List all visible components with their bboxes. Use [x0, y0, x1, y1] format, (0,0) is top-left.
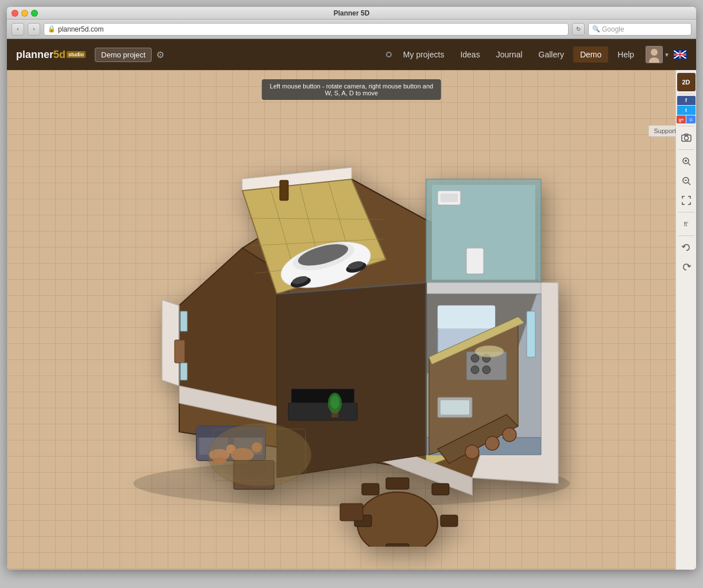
search-bar[interactable]: 🔍 Google	[588, 23, 692, 36]
toolbar-separator-4	[678, 212, 694, 212]
browser-frame: Planner 5D ‹ › 🔒 planner5d.com ↻ 🔍 Googl…	[7, 7, 696, 570]
nav-demo[interactable]: Demo	[573, 47, 608, 63]
svg-rect-44	[438, 305, 495, 328]
svg-rect-57	[288, 403, 357, 420]
user-avatar[interactable]	[646, 46, 663, 63]
undo-button[interactable]	[677, 238, 696, 257]
svg-point-85	[475, 346, 504, 357]
units-label: ft'	[684, 221, 688, 227]
nav-my-projects[interactable]: My projects	[396, 47, 451, 63]
svg-rect-87	[175, 340, 185, 363]
nav-journal[interactable]: Journal	[489, 47, 530, 63]
social-buttons: f t	[677, 96, 696, 115]
fullscreen-icon	[682, 196, 691, 205]
refresh-button[interactable]: ↻	[572, 23, 585, 36]
svg-rect-66	[441, 515, 458, 527]
svg-rect-39	[441, 194, 458, 202]
floorplan-container	[41, 105, 662, 558]
logo-area: planner 5d studio	[16, 49, 86, 61]
svg-rect-70	[432, 483, 449, 495]
zoom-out-button[interactable]	[677, 172, 696, 190]
browser-title: Planner 5D	[334, 9, 370, 17]
svg-point-83	[485, 436, 499, 450]
main-view[interactable]: Support Left mouse button - rotate camer…	[7, 70, 696, 570]
navbar: planner 5d studio Demo project ⚙ My proj…	[7, 39, 696, 70]
minimize-button[interactable]	[21, 10, 28, 17]
back-button[interactable]: ‹	[11, 23, 24, 36]
svg-marker-36	[426, 283, 541, 294]
undo-icon	[681, 243, 692, 252]
search-icon: 🔍	[592, 25, 600, 33]
language-flag[interactable]	[673, 50, 687, 59]
twitter-button[interactable]: t	[677, 106, 696, 115]
google-plus-button[interactable]: g+	[677, 115, 686, 123]
svg-rect-71	[340, 504, 363, 521]
svg-point-84	[503, 428, 516, 442]
svg-rect-88	[180, 311, 187, 331]
svg-point-1	[651, 49, 658, 56]
social-row2: g+ G	[677, 115, 696, 123]
svg-rect-40	[466, 248, 484, 274]
tooltip-line1: Left mouse button - rotate camera, right…	[270, 83, 433, 90]
browser-titlebar: Planner 5D	[7, 7, 696, 20]
svg-point-94	[684, 136, 688, 140]
nav-help[interactable]: Help	[611, 47, 641, 63]
svg-rect-45	[527, 311, 535, 357]
svg-line-102	[688, 183, 690, 185]
svg-point-75	[471, 354, 479, 362]
address-bar[interactable]: 🔒 planner5d.com	[44, 23, 569, 36]
tooltip-line2: W, S, A, D to move	[325, 90, 378, 96]
zoom-in-button[interactable]	[677, 152, 696, 171]
zoom-out-icon	[682, 176, 691, 185]
maximize-button[interactable]	[31, 10, 38, 17]
facebook-button[interactable]: f	[677, 96, 696, 105]
fullscreen-button[interactable]	[677, 191, 696, 210]
svg-rect-58	[291, 389, 354, 403]
svg-rect-67	[386, 478, 409, 489]
right-toolbar: 2D f t g+ G	[675, 70, 696, 570]
forward-button[interactable]: ›	[28, 23, 40, 36]
redo-button[interactable]	[677, 258, 696, 276]
svg-point-77	[471, 366, 479, 374]
svg-line-99	[688, 163, 690, 165]
svg-point-61	[330, 395, 339, 409]
address-icon: 🔒	[48, 25, 56, 33]
svg-rect-68	[386, 544, 409, 547]
nav-gallery[interactable]: Gallery	[532, 47, 571, 63]
svg-rect-63	[214, 429, 306, 481]
2d-mode-button[interactable]: 2D	[677, 73, 696, 91]
tooltip-box: Left mouse button - rotate camera, right…	[262, 79, 441, 100]
logo-5d: 5d	[53, 49, 65, 61]
settings-gear-icon[interactable]: ⚙	[156, 49, 164, 60]
camera-icon	[681, 133, 692, 142]
window-controls	[11, 10, 38, 17]
2d-label: 2D	[682, 79, 690, 86]
google-button[interactable]: G	[686, 115, 696, 123]
svg-point-78	[482, 366, 490, 374]
user-dropdown-icon[interactable]: ▼	[664, 52, 670, 58]
toolbar-separator-2	[678, 126, 694, 126]
logo-text: planner	[16, 49, 53, 61]
address-text: planner5d.com	[58, 25, 103, 33]
svg-point-82	[465, 445, 479, 459]
svg-rect-69	[362, 483, 379, 495]
screenshot-button[interactable]	[677, 129, 696, 147]
zoom-in-icon	[682, 157, 691, 166]
nav-dot-indicator	[386, 52, 392, 57]
project-name[interactable]: Demo project	[95, 48, 152, 62]
search-placeholder: Google	[602, 25, 624, 33]
logo-badge: studio	[67, 51, 86, 58]
close-button[interactable]	[11, 10, 18, 17]
nav-links: My projects Ideas Journal Gallery Demo H…	[396, 47, 641, 63]
svg-rect-89	[180, 363, 187, 380]
svg-rect-80	[441, 400, 469, 415]
toolbar-separator-5	[678, 235, 694, 236]
svg-rect-90	[280, 180, 288, 200]
units-button[interactable]: ft'	[677, 215, 696, 233]
app-content: planner 5d studio Demo project ⚙ My proj…	[7, 39, 696, 570]
floorplan-svg	[116, 116, 587, 547]
toolbar-separator-1	[678, 94, 694, 94]
nav-ideas[interactable]: Ideas	[453, 47, 486, 63]
redo-icon	[681, 262, 692, 272]
browser-toolbar: ‹ › 🔒 planner5d.com ↻ 🔍 Google	[7, 20, 696, 39]
